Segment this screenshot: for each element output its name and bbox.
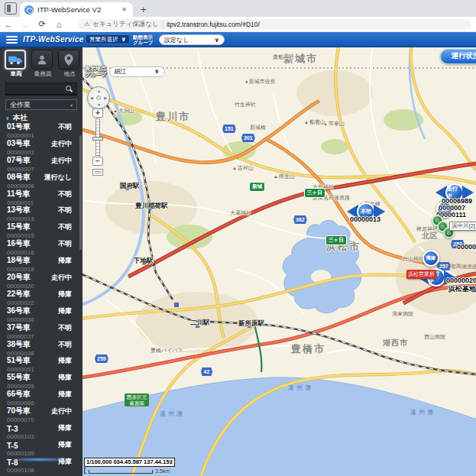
search-input[interactable] — [10, 84, 66, 93]
vehicle-list-item[interactable]: 13号車 不明 00000013 — [0, 206, 83, 223]
sidebar-scrollbar[interactable] — [79, 135, 82, 250]
zoom-slider-handle[interactable] — [92, 137, 103, 141]
vehicle-list-item[interactable]: 08号車 運行なし 00000008 — [0, 173, 83, 190]
operation-status-button[interactable]: 運行状況別 — [440, 49, 476, 64]
map-label: ▲大洞山 — [113, 107, 134, 115]
map-label: ▲船着山 — [304, 118, 325, 126]
interchange-shield: 三ヶ日 — [325, 235, 347, 245]
map-label-icon: ● — [245, 79, 248, 84]
map-label: 西山病院 — [423, 333, 445, 341]
vehicle-name: 18号車 — [7, 255, 31, 266]
pan-right-icon[interactable]: ▶ — [104, 96, 107, 100]
point-group-select[interactable]: 細江 ∨ — [109, 66, 165, 77]
vehicle-name: 01号車 — [7, 123, 31, 132]
map-label: ▲吉祥山 — [232, 164, 254, 172]
map-label: 棒原神社 — [416, 225, 438, 233]
map-label: ▲常寒山 — [323, 120, 345, 128]
map-pan-control[interactable]: ▲ ▼ ◀ ▶ — [87, 86, 110, 109]
zoom-in-button[interactable]: + — [92, 108, 103, 118]
vehicle-list-item[interactable]: 37号車 不明 00000037 — [0, 324, 83, 341]
vehicle-list-item[interactable]: 55号車 帰庫 00000055 — [0, 374, 83, 390]
vehicle-status: 不明 — [58, 239, 72, 249]
tab-close-icon[interactable]: ✕ — [120, 6, 128, 13]
browser-tab[interactable]: ITP-WebService V2 ✕ — [20, 2, 133, 17]
warning-icon[interactable]: ⚠ — [84, 21, 89, 28]
map-marker[interactable]: 浜松営業所 — [406, 270, 436, 279]
map-marker[interactable]: 00000020 — [446, 277, 476, 284]
vehicle-name: 07号車 — [7, 155, 31, 166]
route-shield: 259 — [95, 355, 108, 363]
work-filter-select[interactable]: 全作業 ▾ — [5, 99, 77, 110]
vehicle-list-item[interactable]: 70号車 走行中 00000070 — [0, 407, 83, 424]
map-marker[interactable]: 西赤沢児童遊園 — [125, 393, 149, 406]
vehicle-status: 帰庫 — [58, 256, 72, 266]
vehicle-list-item[interactable]: 15号車 不明 00000015 — [0, 223, 83, 240]
map-marker[interactable]: 000005 — [457, 243, 476, 251]
vehicle-list-item[interactable]: 20号車 走行中 00000020 — [0, 274, 83, 290]
map-label: ●新城市役所 — [245, 78, 276, 86]
vehicle-list-item[interactable]: 38号車 不明 00000038 — [0, 341, 83, 358]
new-tab-button[interactable]: + — [141, 6, 147, 14]
sidebar-tab-crew[interactable]: 乗務員 — [31, 50, 54, 78]
vehicle-list-item[interactable]: T-5 帰庫 00000105 — [0, 441, 83, 458]
pan-left-icon[interactable]: ◀ — [90, 96, 93, 100]
vehicle-list-item[interactable]: T-3 帰庫 00000103 — [0, 424, 83, 441]
map-layers-button[interactable] — [92, 169, 103, 176]
vehicle-name: 08号車 — [7, 172, 31, 183]
vehicle-group-section[interactable]: ∨ 本社 — [5, 114, 77, 122]
pan-down-icon[interactable]: ▼ — [97, 102, 101, 107]
address-bar[interactable]: ⚠ セキュリティ保護なし | itpv2.transtron.fujitsu.c… — [78, 19, 471, 30]
vehicle-name: 03号車 — [7, 138, 31, 149]
search-icon[interactable] — [66, 86, 73, 92]
vehicle-list-item[interactable]: 36号車 帰庫 00000036 — [0, 307, 83, 324]
point-group-value: 細江 — [115, 67, 127, 76]
map-marker[interactable]: 00000013 — [350, 215, 380, 223]
reload-icon[interactable]: ⟳ — [34, 19, 50, 29]
map-label-icon: ▲ — [232, 166, 237, 170]
url-separator: | — [162, 21, 164, 28]
vehicle-list-item[interactable]: 01号車 不明 00000001 — [0, 123, 83, 140]
vehicle-list-item[interactable]: 07号車 走行中 00000007 — [0, 157, 83, 173]
zoom-out-button[interactable]: − — [92, 157, 103, 166]
vehicle-status: 不明 — [58, 123, 72, 132]
sidebar-tab-vehicle[interactable]: 車両 — [5, 50, 28, 78]
menu-icon[interactable] — [6, 36, 18, 44]
map-label: 下地駅 — [133, 257, 154, 266]
home-icon[interactable]: ⌂ — [50, 20, 67, 29]
vehicle-list-item[interactable]: 18号車 帰庫 00000018 — [0, 257, 83, 274]
vehicle-list-item[interactable]: 03号車 走行中 00000003 — [0, 140, 83, 157]
office-select-button[interactable]: 営業所選択 ∨ — [86, 34, 130, 44]
vehicle-list-item[interactable]: 22号車 帰庫 00000022 — [0, 290, 83, 307]
sidebar-mode-tabs: 車両 乗務員 地点 — [0, 47, 83, 78]
group-select[interactable]: 設定なし ∨ — [159, 34, 225, 45]
person-icon — [37, 54, 47, 65]
map-marker[interactable]: 浜中川[2] — [449, 222, 476, 231]
tab-title: ITP-WebService V2 — [37, 5, 116, 14]
map-label: 豊橋バイパス — [150, 347, 183, 355]
vehicle-list-item[interactable]: 11号車 不明 00000011 — [0, 190, 83, 207]
vehicle-id: 00000070 — [7, 416, 72, 423]
pan-center-icon[interactable] — [96, 96, 101, 100]
vehicle-list-item[interactable]: 66号車 帰庫 00000066 — [0, 390, 83, 407]
route-shield: 42 — [201, 368, 212, 376]
tab-layout-icon[interactable] — [5, 2, 17, 15]
vehicle-list-item[interactable]: 51号車 帰庫 00000051 — [0, 357, 83, 374]
map-label: 新城橋 — [249, 124, 266, 131]
group-select-value: 設定なし — [164, 36, 189, 44]
scale-ruler-icon — [84, 468, 86, 474]
map-marker[interactable]: 浜松基地 — [448, 284, 476, 294]
map-marker[interactable]: 帰庫 — [423, 250, 439, 267]
vehicle-name: 66号車 — [7, 389, 31, 400]
vehicle-status: 走行中 — [51, 273, 72, 283]
vehicle-name: 16号車 — [7, 238, 31, 249]
pan-up-icon[interactable]: ▲ — [97, 89, 101, 93]
vehicle-name: 51号車 — [7, 355, 31, 366]
map-canvas[interactable]: 新城市 豊川市 浜松市 北区 豊橋市 湖西市 国府駅 豊川稲荷駅 下地駅 二川駅… — [83, 47, 476, 476]
map-label: ▲雨生山 — [274, 173, 295, 180]
vehicle-name: 37号車 — [7, 322, 31, 333]
vehicle-status: 走行中 — [51, 406, 72, 416]
sidebar-tab-point[interactable]: 地点 — [58, 50, 81, 78]
search-box — [5, 83, 77, 96]
vehicle-list-item[interactable]: 16号車 不明 00000016 — [0, 240, 83, 257]
back-icon[interactable]: ← — [0, 20, 17, 29]
